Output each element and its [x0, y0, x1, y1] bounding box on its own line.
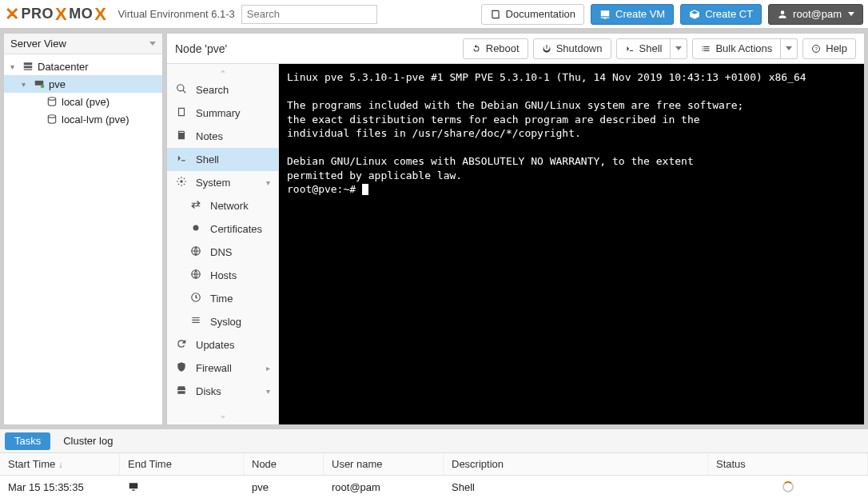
help-button[interactable]: ? Help: [802, 38, 856, 59]
user-icon: [777, 9, 788, 20]
col-description[interactable]: Description: [444, 453, 708, 475]
chevron-down-icon: [149, 42, 156, 46]
node-icon: [33, 78, 46, 90]
task-row[interactable]: Mar 15 15:35:35 pve root@pam Shell: [0, 476, 868, 498]
col-node[interactable]: Node: [244, 453, 324, 475]
tree-node-local[interactable]: local (pve): [4, 93, 162, 110]
reboot-button[interactable]: Reboot: [463, 38, 528, 59]
chevron-down-icon: [786, 46, 792, 50]
nav-time[interactable]: Time: [167, 287, 278, 310]
col-user[interactable]: User name: [324, 453, 444, 475]
search-container: [241, 5, 377, 24]
subnav-scroll-down[interactable]: [167, 410, 278, 424]
nav-updates[interactable]: Updates: [167, 333, 278, 357]
version-label: Virtual Environment 6.1-3: [117, 8, 234, 20]
task-start-time: Mar 15 15:35:35: [0, 481, 120, 493]
task-user: root@pam: [324, 481, 444, 493]
chevron-up-icon: [218, 66, 228, 76]
globe-icon: [189, 245, 202, 259]
chevron-down-icon: [218, 412, 228, 422]
expand-icon[interactable]: ▾: [10, 62, 18, 71]
undo-icon: [472, 44, 481, 54]
col-end-time[interactable]: End Time: [120, 453, 244, 475]
terminal-icon: [625, 44, 635, 54]
user-menu-button[interactable]: root@pam: [768, 4, 863, 25]
notes-icon: [175, 129, 188, 143]
logo: ✕PROXMOX: [5, 4, 106, 25]
server-view-selector[interactable]: Server View: [4, 34, 162, 54]
nav-syslog[interactable]: Syslog: [167, 310, 278, 333]
nav-shell[interactable]: Shell: [167, 148, 278, 171]
chevron-down-icon: ▾: [266, 387, 270, 396]
tab-tasks[interactable]: Tasks: [5, 432, 50, 450]
clock-icon: [189, 292, 202, 305]
chevron-down-icon: ▾: [266, 178, 270, 187]
server-icon: [22, 61, 34, 72]
svg-point-6: [180, 180, 183, 183]
bulk-dropdown-button[interactable]: [781, 38, 798, 59]
svg-point-3: [48, 115, 55, 118]
subnav-scroll-up[interactable]: [167, 64, 278, 78]
nav-hosts[interactable]: Hosts: [167, 264, 278, 287]
tree-node-local-lvm[interactable]: local-lvm (pve): [4, 110, 162, 128]
col-status[interactable]: Status: [708, 453, 868, 475]
shutdown-button[interactable]: Shutdown: [533, 38, 611, 59]
desktop-icon: [599, 9, 611, 20]
documentation-button[interactable]: Documentation: [481, 4, 584, 25]
create-ct-button[interactable]: Create CT: [680, 4, 762, 25]
search-icon: [175, 83, 188, 97]
exchange-icon: [189, 199, 202, 213]
task-description: Shell: [444, 481, 708, 493]
power-icon: [542, 44, 551, 54]
resource-tree: ▾ Datacenter ▾ pve: [4, 54, 162, 424]
col-start-time[interactable]: Start Time↓: [0, 453, 120, 475]
svg-point-1: [41, 85, 45, 89]
nav-dns[interactable]: DNS: [167, 241, 278, 264]
tree-node-datacenter[interactable]: ▾ Datacenter: [4, 58, 162, 75]
cube-icon: [689, 9, 700, 20]
menu-icon: [701, 44, 711, 54]
search-input[interactable]: [241, 5, 377, 24]
chevron-down-icon: [848, 12, 854, 16]
nav-notes[interactable]: Notes: [167, 125, 278, 148]
svg-text:?: ?: [814, 46, 818, 51]
hdd-icon: [175, 384, 188, 398]
help-icon: ?: [811, 44, 821, 54]
nav-summary[interactable]: Summary: [167, 102, 278, 125]
task-grid-header: Start Time↓ End Time Node User name Desc…: [0, 453, 868, 476]
bulk-actions-button[interactable]: Bulk Actions: [692, 38, 781, 59]
loading-spinner-icon: [782, 481, 794, 492]
shield-icon: [175, 361, 188, 375]
svg-point-7: [193, 225, 199, 231]
globe-icon: [189, 269, 202, 282]
chevron-down-icon: [675, 46, 682, 50]
create-vm-button[interactable]: Create VM: [591, 4, 674, 25]
task-end-time: [120, 481, 244, 492]
certificate-icon: [189, 222, 202, 236]
nav-system[interactable]: System▾: [167, 171, 278, 194]
nav-disks[interactable]: Disks▾: [167, 380, 278, 403]
tab-cluster-log[interactable]: Cluster log: [54, 432, 122, 450]
shell-dropdown-button[interactable]: [671, 38, 687, 59]
terminal-cursor: [362, 184, 368, 195]
expand-icon[interactable]: ▾: [22, 80, 30, 89]
chevron-right-icon: ▸: [266, 364, 270, 373]
nav-network[interactable]: Network: [167, 194, 278, 217]
shell-button[interactable]: Shell: [616, 38, 671, 59]
storage-icon: [46, 114, 58, 125]
sort-desc-icon: ↓: [58, 460, 63, 469]
terminal-icon: [175, 153, 188, 166]
shell-terminal[interactable]: Linux pve 5.3.10-1-pve #1 SMP PVE 5.3.10…: [279, 64, 864, 424]
task-node: pve: [244, 481, 324, 493]
nav-firewall[interactable]: Firewall▸: [167, 357, 278, 380]
list-icon: [189, 315, 202, 329]
nav-search[interactable]: Search: [167, 78, 278, 102]
nav-certificates[interactable]: Certificates: [167, 217, 278, 241]
tree-node-pve[interactable]: ▾ pve: [4, 75, 162, 93]
task-status: [708, 481, 868, 492]
svg-point-2: [48, 98, 55, 101]
book-icon: [490, 9, 501, 20]
desktop-icon: [128, 481, 139, 492]
page-title: Node 'pve': [175, 42, 458, 55]
storage-icon: [46, 96, 58, 107]
